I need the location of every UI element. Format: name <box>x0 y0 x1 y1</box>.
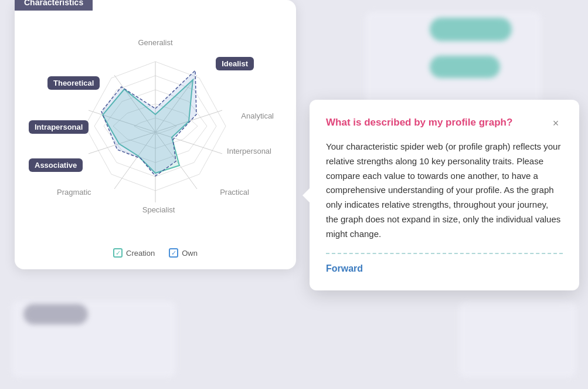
tooltip-header: What is described by my profile graph? × <box>326 116 563 130</box>
label-specialist: Specialist <box>142 205 175 214</box>
label-generalist: Generalist <box>138 38 172 47</box>
legend-own-label: Own <box>182 249 198 258</box>
tooltip-body: Your characteristic spider web (or profi… <box>326 140 563 241</box>
characteristics-card: Characteristics .grid-line { fill: none;… <box>15 0 296 269</box>
label-theoretical: Theoretical <box>47 76 100 90</box>
label-practical: Practical <box>220 188 249 197</box>
close-button[interactable]: × <box>549 116 563 130</box>
bg-pill-bottom <box>23 304 88 324</box>
legend-own: ✓ Own <box>169 248 198 258</box>
label-intrapersonal: Intrapersonal <box>29 120 89 134</box>
label-associative: Associative <box>29 158 83 172</box>
legend-creation-checkbox: ✓ <box>113 248 123 258</box>
characteristics-tab: Characteristics <box>15 0 93 11</box>
bg-card-bottom-right <box>459 301 576 377</box>
label-interpersonal: Interpersonal <box>227 147 271 155</box>
radar-legend: ✓ Creation ✓ Own <box>26 248 284 258</box>
radar-own-polygon <box>101 70 196 176</box>
tooltip-divider <box>326 253 563 254</box>
legend-creation-label: Creation <box>126 249 155 258</box>
bg-pill-1 <box>430 18 512 41</box>
radar-chart: .grid-line { fill: none; stroke: #ccc; s… <box>26 21 284 243</box>
label-idealist: Idealist <box>216 57 254 70</box>
tooltip-card: What is described by my profile graph? ×… <box>310 100 579 290</box>
bg-pill-2 <box>430 56 500 78</box>
label-analytical: Analytical <box>241 111 274 120</box>
legend-creation: ✓ Creation <box>113 248 155 258</box>
forward-button[interactable]: Forward <box>326 263 363 274</box>
legend-own-checkbox: ✓ <box>169 248 178 258</box>
tooltip-title: What is described by my profile graph? <box>326 116 542 129</box>
label-pragmatic: Pragmatic <box>57 188 91 197</box>
